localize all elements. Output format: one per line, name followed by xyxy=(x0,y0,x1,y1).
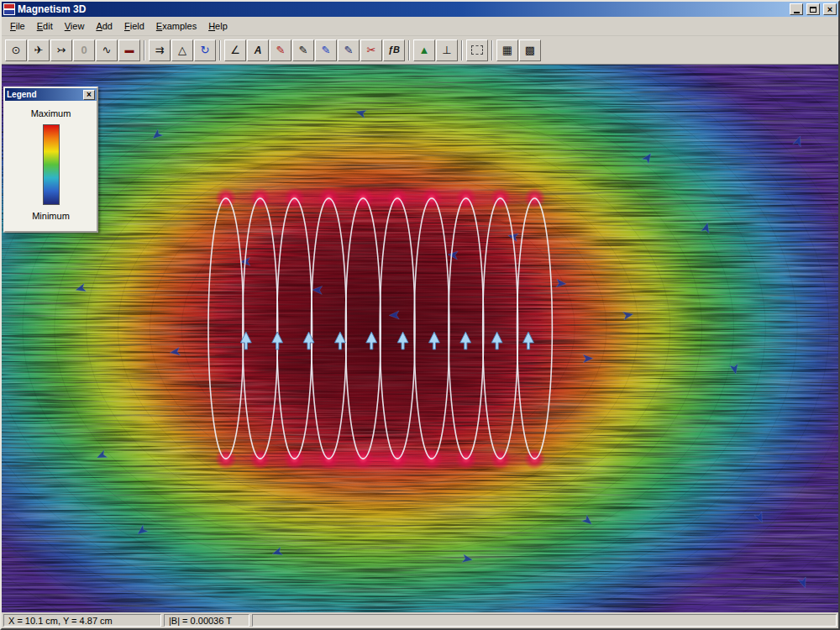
tool-pencil-red-button[interactable]: ✎ xyxy=(270,39,291,61)
tool-grid-button[interactable]: ▦ xyxy=(496,39,518,61)
flux-triangle-icon: △ xyxy=(178,45,186,55)
field-core-shadow xyxy=(211,210,545,447)
menu-file[interactable]: File xyxy=(4,18,31,34)
tool-select-region-button[interactable] xyxy=(466,39,488,61)
legend-gradient-bar xyxy=(43,124,60,205)
pencil-red-icon: ✎ xyxy=(276,45,286,55)
legend-max-label: Maximum xyxy=(31,108,71,118)
toolbar: ⊙✈↣0∿▬⇉△↻∠A✎✎✎✎✂ƒB▲⊥▦▩ xyxy=(2,36,838,65)
statusbar: X = 10.1 cm, Y = 4.87 cm |B| = 0.00036 T xyxy=(2,612,838,628)
wire-out-icon: ⊙ xyxy=(12,45,21,55)
pencil-black-icon: ✎ xyxy=(299,45,308,55)
select-region-icon xyxy=(471,45,483,55)
maximize-icon xyxy=(810,7,816,13)
tool-axes-button[interactable]: ⊥ xyxy=(436,39,458,61)
view-3d-icon: ▲ xyxy=(419,45,430,55)
menu-field[interactable]: Field xyxy=(118,18,150,34)
tool-label-a-button[interactable]: A xyxy=(247,39,269,61)
tool-zero-button[interactable]: 0 xyxy=(73,39,95,61)
menu-add[interactable]: Add xyxy=(90,18,118,34)
menu-examples[interactable]: Examples xyxy=(150,18,202,34)
tool-pencil-black-button[interactable]: ✎ xyxy=(292,39,314,61)
grid-icon: ▦ xyxy=(502,45,512,55)
menu-view[interactable]: View xyxy=(59,18,91,34)
tool-particle-jet-button[interactable]: ✈ xyxy=(28,39,50,61)
field-viewport[interactable]: Legend × Maximum Minimum xyxy=(2,65,838,612)
tool-angle-measure-button[interactable]: ∠ xyxy=(224,39,246,61)
legend-titlebar[interactable]: Legend × xyxy=(5,88,97,101)
pencil-navy-icon: ✎ xyxy=(344,45,354,55)
window-title: Magnetism 3D xyxy=(18,3,786,15)
particle-jet-icon: ✈ xyxy=(34,45,44,55)
tool-rotate-view-button[interactable]: ↻ xyxy=(194,39,216,61)
close-button[interactable]: × xyxy=(823,3,837,15)
menu-help[interactable]: Help xyxy=(202,18,234,34)
maximize-button[interactable] xyxy=(806,3,820,15)
status-empty-panel xyxy=(252,614,837,627)
tool-cut-button[interactable]: ✂ xyxy=(360,39,382,61)
toolbar-separator xyxy=(491,40,493,60)
tool-pencil-blue-button[interactable]: ✎ xyxy=(315,39,337,61)
legend-window[interactable]: Legend × Maximum Minimum xyxy=(3,87,98,233)
fb-function-icon: ƒB xyxy=(388,45,400,55)
tool-pencil-navy-button[interactable]: ✎ xyxy=(338,39,360,61)
field-visualization[interactable] xyxy=(2,65,838,612)
legend-body: Maximum Minimum xyxy=(5,101,97,231)
particle-path-icon: ↣ xyxy=(57,45,66,55)
menu-edit[interactable]: Edit xyxy=(31,18,59,34)
dither-icon: ▩ xyxy=(525,45,535,55)
titlebar[interactable]: Magnetism 3D × xyxy=(2,2,838,17)
rotate-view-icon: ↻ xyxy=(201,45,210,55)
status-field-magnitude: |B| = 0.00036 T xyxy=(164,614,249,627)
minimize-icon xyxy=(794,12,800,13)
toolbar-separator xyxy=(144,40,145,60)
legend-min-label: Minimum xyxy=(32,211,70,221)
field-lines-icon: ⇉ xyxy=(155,45,165,55)
coil-icon: ∿ xyxy=(102,45,112,55)
tool-flux-triangle-button[interactable]: △ xyxy=(171,39,193,61)
toolbar-separator xyxy=(408,40,410,60)
tool-field-lines-button[interactable]: ⇉ xyxy=(149,39,171,61)
minimize-button[interactable] xyxy=(790,3,803,15)
app-window: Magnetism 3D × FileEditViewAddFieldExamp… xyxy=(0,0,840,630)
toolbar-separator xyxy=(219,40,221,60)
bar-magnet-icon: ▬ xyxy=(125,45,134,55)
tool-view-3d-button[interactable]: ▲ xyxy=(413,39,435,61)
pencil-blue-icon: ✎ xyxy=(322,45,331,55)
status-coordinates: X = 10.1 cm, Y = 4.87 cm xyxy=(3,614,161,627)
menubar: FileEditViewAddFieldExamplesHelp xyxy=(2,17,838,36)
angle-measure-icon: ∠ xyxy=(230,45,240,55)
tool-wire-out-button[interactable]: ⊙ xyxy=(5,39,27,61)
tool-particle-path-button[interactable]: ↣ xyxy=(50,39,72,61)
app-icon xyxy=(3,3,15,15)
axes-icon: ⊥ xyxy=(442,45,451,55)
toolbar-separator xyxy=(461,40,463,60)
cut-icon: ✂ xyxy=(367,45,376,55)
tool-coil-button[interactable]: ∿ xyxy=(96,39,118,61)
zero-icon: 0 xyxy=(81,45,87,55)
label-a-icon: A xyxy=(255,45,262,55)
tool-fb-function-button[interactable]: ƒB xyxy=(383,39,405,61)
close-icon: × xyxy=(827,5,832,14)
tool-dither-button[interactable]: ▩ xyxy=(519,39,541,61)
legend-close-button[interactable]: × xyxy=(83,90,95,100)
legend-title: Legend xyxy=(7,90,83,99)
tool-bar-magnet-button[interactable]: ▬ xyxy=(118,39,140,61)
